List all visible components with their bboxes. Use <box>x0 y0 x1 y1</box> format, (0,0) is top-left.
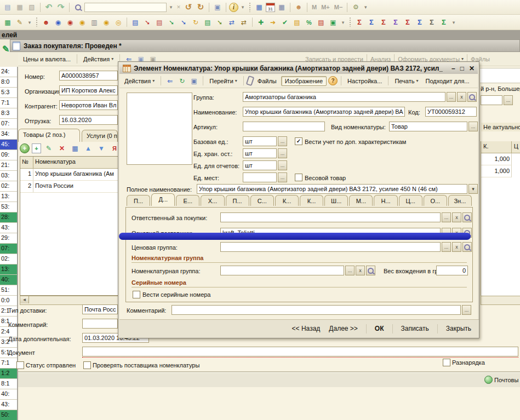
price-group-open-button[interactable] <box>462 242 472 252</box>
order-window-titlebar[interactable]: Заказ покупателя: Проведен * <box>10 39 520 52</box>
find-next-icon[interactable]: ↻ <box>195 2 206 13</box>
back-button[interactable]: << Назад <box>290 324 323 333</box>
nom-group-ellipsis-button[interactable]: ... <box>345 266 355 275</box>
dialog-tab[interactable]: Н... <box>374 195 397 206</box>
list-item[interactable]: 7:1 <box>0 358 17 369</box>
unit-store-field[interactable]: шт <box>243 148 277 158</box>
item-image-placeholder[interactable] <box>127 93 192 165</box>
list-item[interactable]: 0:0 <box>0 296 17 306</box>
status-sent-checkbox[interactable] <box>16 361 24 369</box>
payment-icon[interactable]: ◉ <box>101 17 112 27</box>
list-item[interactable]: 02: <box>0 181 17 192</box>
article-field[interactable] <box>243 122 325 131</box>
memory-minus-icon[interactable]: M− <box>333 2 345 13</box>
dialog-tab[interactable]: М... <box>349 195 373 206</box>
dialog-actions-button[interactable]: Действия▾ <box>122 77 157 85</box>
dialog-tab[interactable]: Е... <box>176 195 199 206</box>
contragent-field[interactable]: Неворотов Иван Вл <box>59 100 118 110</box>
close-button[interactable]: Закрыть <box>444 324 473 333</box>
kind-field[interactable]: Товар <box>389 122 467 131</box>
group-ellipsis-button[interactable]: ... <box>447 92 456 102</box>
list-item[interactable]: 03: <box>0 171 17 181</box>
delete-row-icon[interactable]: ✕ <box>56 143 67 154</box>
list-item[interactable]: 34: <box>0 129 17 140</box>
list-item[interactable]: 13: <box>0 192 17 202</box>
list-item[interactable]: 40: <box>0 275 17 285</box>
dialog-tab[interactable]: П... <box>127 195 150 206</box>
minimize-icon[interactable]: – <box>452 65 455 72</box>
tab-goods[interactable]: Товары (2 поз.) <box>18 129 80 142</box>
list-item[interactable]: 7:1 <box>0 98 17 108</box>
serial-numbers-checkbox[interactable] <box>133 291 140 298</box>
weight-goods-checkbox[interactable] <box>295 174 302 181</box>
list-item[interactable]: 1:2 <box>0 369 17 379</box>
move-down-icon[interactable]: ▼ <box>96 143 107 154</box>
unit-report-field[interactable]: шт <box>243 160 277 170</box>
dialog-tab[interactable]: П... <box>226 195 249 206</box>
buyer-order-icon[interactable]: ☻ <box>41 17 52 27</box>
report-flag-red-icon[interactable]: Σ <box>402 17 413 27</box>
list-item[interactable]: 21: <box>0 160 17 171</box>
unit-report-ellipsis-button[interactable]: ... <box>278 160 287 170</box>
print-button[interactable]: Печать▾ <box>392 77 421 85</box>
wrench-icon[interactable]: ⚙ <box>350 2 361 13</box>
supplier-invoice-icon[interactable]: ▤ <box>154 17 165 27</box>
save-button[interactable]: Записать <box>399 324 431 333</box>
close-icon[interactable]: ✕ <box>469 65 475 72</box>
list-item[interactable]: 43: <box>0 400 17 410</box>
list-item[interactable]: 13: <box>0 264 17 275</box>
unit-place-ellipsis-button[interactable]: ... <box>278 172 287 182</box>
list-item[interactable]: 8:0 <box>0 77 17 88</box>
goods-receipt-icon[interactable]: ➘ <box>166 17 177 27</box>
reread-icon[interactable]: ⇐ <box>164 76 175 86</box>
copy-row-icon[interactable]: + <box>32 143 41 153</box>
list-item[interactable]: 40: <box>0 389 17 400</box>
buyer-invoice-icon[interactable]: ▤ <box>130 17 141 27</box>
docs-caret-icon[interactable]: ▾ <box>340 17 346 27</box>
cash-desk-icon[interactable]: ▦ <box>2 17 13 27</box>
table-icon[interactable]: ▦ <box>254 2 265 13</box>
coins-icon[interactable]: ◉ <box>77 17 88 27</box>
report-flag-blue-icon[interactable]: Σ <box>414 17 425 27</box>
table-row[interactable]: 1 Упор крышки багажника (Ам <box>20 169 118 181</box>
report-list-icon[interactable]: Σ <box>426 17 437 27</box>
dialog-comment-field[interactable] <box>172 305 461 315</box>
price-group-field[interactable] <box>220 242 441 252</box>
dialog-tab[interactable]: Ш... <box>324 195 348 206</box>
info-caret-icon[interactable]: ▾ <box>239 2 246 13</box>
coins-small-icon[interactable]: ◎ <box>113 17 124 27</box>
sales-basket-icon[interactable]: ◉ <box>65 17 76 27</box>
redo-icon[interactable]: ↷ <box>55 2 66 13</box>
copy-windows-icon[interactable]: ▣ <box>212 2 223 13</box>
clear-search-icon[interactable]: ✕ <box>175 2 182 13</box>
check-supplier-checkbox[interactable] <box>83 361 91 369</box>
dialog-tab[interactable]: К... <box>275 195 299 206</box>
list-item[interactable]: 24: <box>0 67 17 77</box>
list-item[interactable]: 02: <box>0 254 17 264</box>
doc-return-icon[interactable]: ⇄ <box>238 17 249 27</box>
dialog-tab[interactable]: Д... <box>151 193 175 206</box>
list-item[interactable]: 07: <box>0 119 17 129</box>
goods-table-hscrollbar[interactable]: ◄ <box>20 296 119 305</box>
list-item[interactable]: 53: <box>0 202 17 212</box>
coins-doc-icon[interactable]: ▤ <box>292 17 302 27</box>
responsible-open-button[interactable] <box>462 212 472 222</box>
list-item[interactable]: 09: <box>0 150 17 160</box>
report-customers-icon[interactable]: Σ <box>378 17 389 27</box>
comment-ellipsis-button[interactable]: ... <box>462 305 471 315</box>
organization-field[interactable]: ИП Коротков Алекс <box>59 85 118 95</box>
price-group-ellipsis-button[interactable]: ... <box>442 242 451 252</box>
files-button[interactable]: Файлы <box>255 77 279 85</box>
memory-plus-icon[interactable]: M+ <box>319 2 332 13</box>
print-icon[interactable]: ▦ <box>14 2 25 13</box>
find-prev-icon[interactable]: ↺ <box>183 2 194 13</box>
clipped-field[interactable] <box>481 95 502 105</box>
list-item[interactable]: 28: <box>0 212 17 223</box>
ellipsis-button[interactable]: ... <box>504 95 513 105</box>
reports-caret-icon[interactable]: ▾ <box>450 17 457 27</box>
user-lock-icon[interactable]: ☻ <box>293 2 304 13</box>
dialog-titlebar[interactable]: Элемент Номенклатура: Упор крышки багажн… <box>119 63 478 74</box>
discount-icon[interactable]: % <box>304 17 315 27</box>
paste-icon[interactable]: ▤ <box>2 2 13 13</box>
cash-caret-icon[interactable]: ▾ <box>26 17 33 27</box>
